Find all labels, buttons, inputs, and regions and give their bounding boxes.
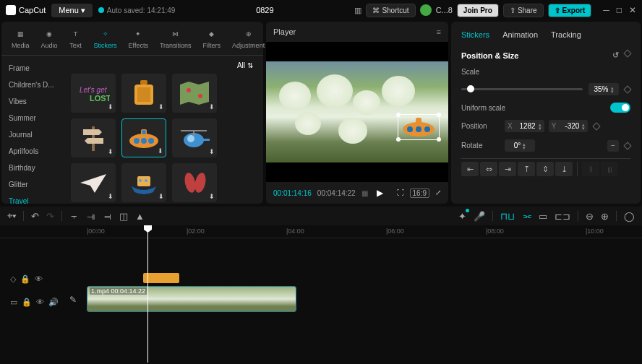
- cat-frame[interactable]: Frame: [1, 60, 67, 77]
- download-icon[interactable]: ⬇: [209, 103, 215, 110]
- track-edit-icon[interactable]: ✎: [69, 295, 77, 305]
- play-button[interactable]: ▶: [377, 188, 383, 198]
- playhead[interactable]: [147, 225, 148, 363]
- scale-slider[interactable]: [461, 88, 583, 90]
- minimize-icon[interactable]: ─: [603, 5, 609, 15]
- align-center-v[interactable]: ⇕: [536, 162, 554, 176]
- join-pro-button[interactable]: Join Pro: [457, 4, 499, 17]
- shortcut-button[interactable]: ⌘ Shortcut: [366, 4, 415, 17]
- track-eye-icon[interactable]: 👁: [35, 274, 43, 284]
- cat-birthday[interactable]: Birthday: [1, 160, 67, 176]
- link-icon[interactable]: ⫘: [522, 211, 531, 222]
- rotate-value[interactable]: 0°▴▾: [505, 139, 535, 152]
- mic-icon[interactable]: 🎤: [474, 211, 485, 222]
- player-canvas[interactable]: [266, 42, 448, 182]
- selected-sticker-overlay[interactable]: [398, 114, 440, 140]
- zoom-in-icon[interactable]: ⊕: [601, 211, 609, 222]
- insp-tab-tracking[interactable]: Tracking: [551, 30, 581, 39]
- aspect-ratio[interactable]: 16:9: [410, 188, 429, 198]
- distribute-v[interactable]: ⫼: [601, 162, 618, 176]
- sticker-helicopter[interactable]: ⬇: [172, 118, 217, 157]
- track2-audio-icon[interactable]: 🔊: [48, 298, 59, 307]
- redo-icon[interactable]: ↷: [46, 211, 54, 222]
- download-icon[interactable]: ⬇: [108, 148, 114, 155]
- undo-icon[interactable]: ↶: [31, 211, 39, 222]
- close-icon[interactable]: ✕: [629, 5, 636, 15]
- export-button[interactable]: ⇪ Export: [548, 4, 592, 17]
- tab-adjustment[interactable]: ⊕Adjustment: [228, 26, 269, 51]
- preview-icon[interactable]: ▭: [539, 211, 547, 222]
- selection-tool-icon[interactable]: ⌖▾: [7, 210, 16, 222]
- cat-childrens[interactable]: Children's D...: [1, 77, 67, 93]
- sticker-lets-get-lost[interactable]: Let's getLOST⬇: [71, 74, 116, 113]
- grid-icon[interactable]: ▦: [361, 189, 368, 197]
- position-y-input[interactable]: Y-320▴▾: [549, 120, 588, 132]
- download-icon[interactable]: ⬇: [158, 193, 164, 200]
- cat-journal[interactable]: Journal: [1, 126, 67, 143]
- keyframe-icon[interactable]: [623, 49, 631, 57]
- cat-glitter[interactable]: Glitter: [1, 176, 67, 193]
- sticker-submarine[interactable]: ⬇: [121, 118, 166, 157]
- cat-aprilfools[interactable]: Aprilfools: [1, 143, 67, 160]
- timeline-sticker-clip[interactable]: [143, 273, 179, 283]
- crop-icon[interactable]: ◫: [119, 211, 128, 222]
- tab-stickers[interactable]: ✧Stickers: [90, 26, 121, 51]
- align-bottom[interactable]: ⤓: [555, 162, 573, 176]
- scale-keyframe[interactable]: [623, 85, 631, 93]
- sticker-map[interactable]: ⬇: [172, 74, 217, 113]
- tab-effects[interactable]: ✦Effects: [124, 26, 153, 51]
- align-center-h[interactable]: ⇔: [480, 162, 497, 176]
- track2-shape-icon[interactable]: ▭: [10, 298, 17, 307]
- download-icon[interactable]: ⬇: [209, 148, 215, 155]
- sticker-flipflops[interactable]: ⬇: [172, 163, 217, 202]
- user-avatar[interactable]: [420, 4, 432, 16]
- reset-icon[interactable]: ↺: [612, 51, 619, 60]
- sticker-ship[interactable]: ⬇: [121, 163, 166, 202]
- magnet-icon[interactable]: ⊓⊔: [500, 211, 515, 222]
- uniform-scale-toggle[interactable]: [610, 103, 630, 113]
- split-icon[interactable]: ⫟: [69, 211, 79, 222]
- insp-tab-stickers[interactable]: Stickers: [461, 30, 489, 39]
- tab-media[interactable]: ▦Media: [7, 26, 34, 51]
- cat-travel[interactable]: Travel: [1, 193, 67, 204]
- track-lock-icon[interactable]: ◇: [10, 274, 16, 284]
- download-icon[interactable]: ⬇: [209, 193, 215, 200]
- scale-value[interactable]: 35%▴▾: [588, 83, 619, 95]
- track-mute-icon[interactable]: 🔒: [20, 274, 30, 284]
- align-right[interactable]: ⇥: [499, 162, 516, 176]
- maximize-icon[interactable]: □: [617, 5, 622, 15]
- fullscreen-icon[interactable]: ⤢: [435, 188, 441, 198]
- tab-text[interactable]: TText: [65, 26, 87, 51]
- track2-lock-icon[interactable]: 🔒: [22, 298, 32, 307]
- project-name[interactable]: 0829: [181, 6, 348, 14]
- share-button[interactable]: ⇧ Share: [503, 4, 544, 17]
- align-top[interactable]: ⤒: [518, 162, 535, 176]
- track2-mute-icon[interactable]: 👁: [36, 298, 44, 307]
- split-right-icon[interactable]: ⫤: [103, 211, 112, 222]
- zoom-out-icon[interactable]: ⊖: [586, 211, 594, 222]
- download-icon[interactable]: ⬇: [158, 147, 163, 155]
- timeline[interactable]: |00:00 |02:00 |04:00 |06:00 |08:00 |10:0…: [0, 225, 642, 363]
- position-x-input[interactable]: X1282▴▾: [505, 120, 544, 132]
- download-icon[interactable]: ⬇: [108, 193, 114, 200]
- align-left[interactable]: ⇤: [461, 162, 479, 176]
- tab-filters[interactable]: ◆Filters: [199, 26, 226, 51]
- time-ruler[interactable]: |00:00 |02:00 |04:00 |06:00 |08:00 |10:0…: [0, 225, 642, 238]
- scale-icon[interactable]: ⛶: [397, 188, 404, 198]
- tab-audio[interactable]: ◉Audio: [37, 26, 62, 51]
- player-menu-icon[interactable]: ≡: [437, 27, 441, 36]
- video-clip[interactable]: 1.mp4 00:04:14:22: [87, 286, 296, 312]
- rotate-keyframe[interactable]: [623, 142, 631, 150]
- fit-icon[interactable]: ◯: [624, 211, 635, 222]
- sticker-suitcase[interactable]: ⬇: [121, 74, 166, 113]
- split-left-icon[interactable]: ⫣: [86, 211, 95, 222]
- sticker-paper-plane[interactable]: ⬇: [71, 163, 116, 202]
- cat-vibes[interactable]: Vibes: [1, 93, 67, 110]
- mirror-icon[interactable]: ▲: [135, 211, 145, 222]
- download-icon[interactable]: ⬇: [108, 103, 114, 110]
- magic-icon[interactable]: ✦: [458, 211, 466, 222]
- sticker-signpost[interactable]: ⬇: [71, 118, 116, 157]
- user-name[interactable]: C...8: [436, 6, 453, 14]
- menu-button[interactable]: Menu ▾: [51, 4, 93, 17]
- insp-tab-animation[interactable]: Animation: [502, 30, 538, 39]
